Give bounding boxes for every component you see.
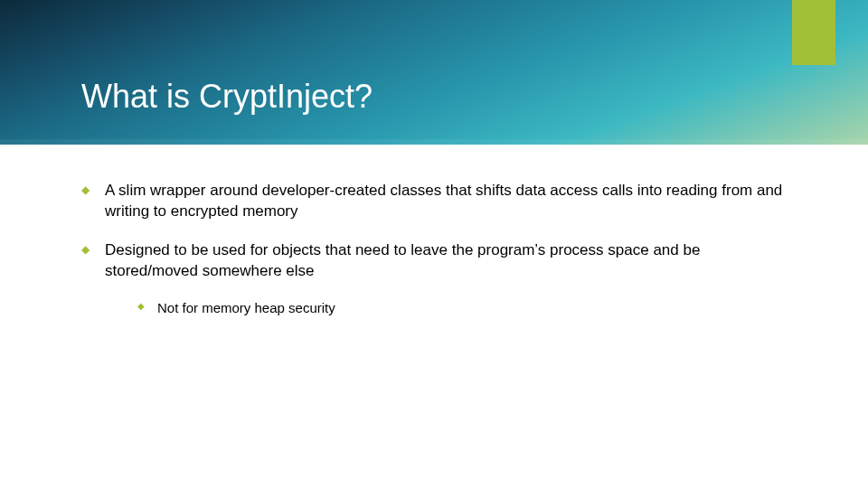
bullet-text: A slim wrapper around developer-created … [105,182,782,220]
slide-title: What is CryptInject? [81,78,373,116]
slide-body: A slim wrapper around developer-created … [81,181,787,335]
list-item: Designed to be used for objects that nee… [81,240,787,317]
sub-bullet-list: Not for memory heap security [137,298,787,317]
slide: What is CryptInject? A slim wrapper arou… [0,0,868,488]
bullet-text: Designed to be used for objects that nee… [105,241,700,279]
header-banner [0,0,868,145]
list-item: A slim wrapper around developer-created … [81,181,787,222]
corner-ribbon-icon [792,0,835,65]
bullet-text: Not for memory heap security [157,300,335,315]
bullet-list: A slim wrapper around developer-created … [81,181,787,317]
list-item: Not for memory heap security [137,298,787,317]
